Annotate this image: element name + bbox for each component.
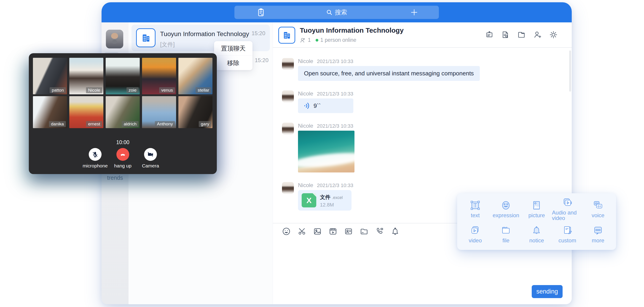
panel-item-expression[interactable]: expression [490,196,521,222]
chat-panel: Tuoyun Information Technology 1 1 person… [273,22,572,304]
panel-item-audio-video[interactable]: Audio and video [552,196,583,222]
participant-name: Nicole [86,87,102,93]
panel-item-file[interactable]: file [490,222,521,247]
context-menu: 置顶聊天 移除 [214,41,252,70]
microphone-label: microphone [82,163,109,169]
chat-title: Tuoyun Information Technology [300,26,404,34]
participant-name: Anthony [155,121,175,127]
camera-label: Camera [137,163,164,169]
menu-item-remove[interactable]: 移除 [214,55,252,70]
hang-up-button[interactable]: hang up [109,148,136,169]
microphone-button[interactable]: microphone [82,148,109,169]
plus-icon[interactable] [410,9,418,16]
panel-item-text[interactable]: text [460,196,490,222]
more-icon [593,225,603,236]
participant-name: ernest [86,121,102,127]
chat-header: Tuoyun Information Technology 1 1 person… [273,22,572,48]
participant-name: zoie [126,87,138,93]
hang-up-icon [119,151,126,158]
participant-name: patton [50,87,66,93]
participant-video: Anthony [142,96,176,128]
send-button[interactable]: sending [532,285,562,298]
announcement-icon[interactable] [485,31,494,39]
participant-video: venus [142,58,176,94]
contact-card-icon[interactable] [344,227,353,236]
conversation-last-message: [文件] [160,41,175,48]
video-icon [470,225,480,236]
camera-button[interactable]: Camera [137,148,164,169]
group-avatar [136,28,156,47]
participant-video: ernest [69,96,103,128]
expression-icon [500,200,511,211]
input-toolbar [282,227,400,236]
hang-up-label: hang up [109,163,136,169]
message-time: 2021/12/3 10:33 [317,123,353,129]
voice-bubble[interactable]: 9`` [298,98,353,113]
emoji-icon[interactable] [282,227,291,236]
participant-video: patton [33,58,67,94]
message-voice: Nicole 2021/12/3 10:33 9 [282,90,572,113]
notice-icon [531,225,542,236]
text-bubble[interactable]: Open source, free, and universal instant… [298,66,480,81]
video-call-window: patton Nicole zoie venus stellar danika … [29,53,217,174]
picture-icon [531,200,542,211]
sender-name: Nicole [298,58,313,64]
sender-avatar[interactable] [282,58,294,70]
participant-name: venus [159,87,175,93]
participant-name: stellar [196,87,211,93]
message-time: 2021/12/3 10:33 [317,183,353,188]
trends-label: trends [102,175,128,181]
scrollbar[interactable] [569,50,571,92]
settings-gear-icon[interactable] [549,31,558,39]
image-attachment[interactable] [298,131,354,172]
file-icon [500,225,511,236]
audio-video-icon [562,197,573,208]
clipboard-edit-icon[interactable] [256,8,266,17]
text-icon [470,200,480,211]
sender-avatar[interactable] [282,90,294,102]
files-icon[interactable] [517,31,526,39]
menu-item-pin-chat[interactable]: 置顶聊天 [214,41,252,55]
panel-item-notice[interactable]: notice [521,222,552,247]
panel-item-voice[interactable]: voice [583,196,613,222]
add-member-icon[interactable] [533,31,542,39]
participant-video: stellar [178,58,212,94]
chat-history-search-icon[interactable] [501,31,510,39]
file-name: 文件 [320,194,330,200]
microphone-muted-icon [92,151,98,158]
voice-wave-icon [304,102,310,110]
member-count: 1 [308,37,311,43]
search-label[interactable]: 搜索 [335,8,347,16]
sender-avatar[interactable] [282,182,294,194]
message-image: Nicole 2021/12/3 10:33 [282,123,572,172]
voice-icon [593,200,603,211]
file-ext: .excel [332,195,342,200]
screenshot-scissors-icon[interactable] [298,227,306,236]
participant-grid: patton Nicole zoie venus stellar danika … [33,58,212,128]
panel-item-picture[interactable]: picture [521,196,552,222]
camera-muted-icon [147,151,154,158]
online-status: 1 person online [320,37,356,43]
panel-item-video[interactable]: video [460,222,490,247]
participant-video: aldrich [106,96,140,128]
sender-name: Nicole [298,123,313,129]
panel-item-custom[interactable]: custom [552,222,583,247]
message-time: 2021/12/3 10:33 [317,91,353,97]
message-text: Nicole 2021/12/3 10:33 Open source, free… [282,58,572,81]
image-icon[interactable] [313,227,322,236]
search-bar[interactable]: 搜索 [234,6,439,19]
message-type-panel: text expression picture Audio [457,193,616,250]
notification-bell-icon[interactable] [391,227,400,236]
call-phone-icon[interactable] [375,227,384,236]
panel-item-more[interactable]: more [583,222,613,247]
video-clip-icon[interactable] [329,227,337,236]
excel-file-icon: X [302,193,316,207]
file-attachment[interactable]: X 文件 .excel 12.8M [298,190,352,211]
participant-video: Nicole [69,58,103,94]
top-bar: 搜索 [102,2,572,22]
file-folder-icon[interactable] [360,227,368,236]
sender-avatar[interactable] [282,123,294,135]
my-avatar[interactable] [106,30,123,48]
participant-video: gary [178,96,212,128]
screen: 搜索 trends [0,0,644,307]
